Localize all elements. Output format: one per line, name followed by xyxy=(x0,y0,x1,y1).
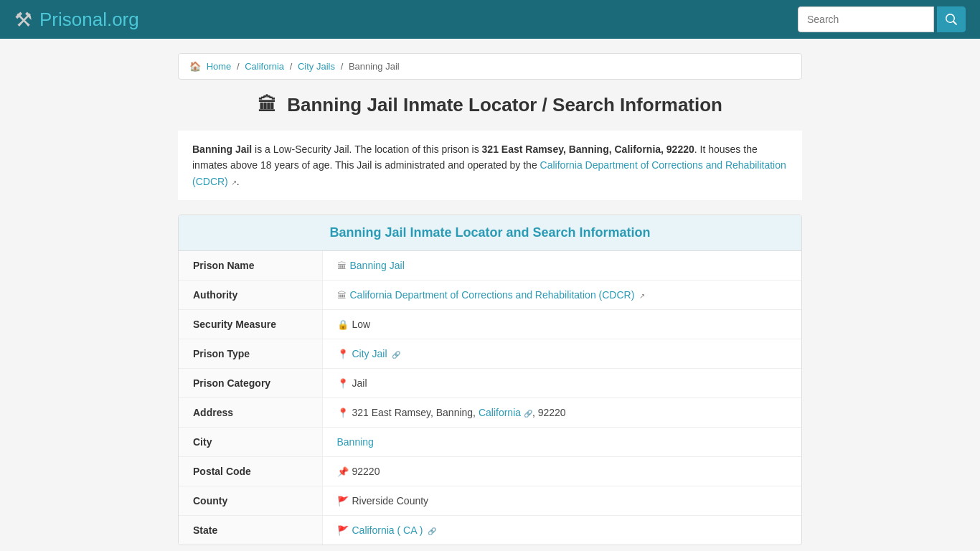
cell-icon: 📍 xyxy=(337,408,349,418)
breadcrumb-sep-2: / xyxy=(290,61,293,72)
breadcrumb-current: Banning Jail xyxy=(349,61,400,72)
row-label: County xyxy=(179,486,322,516)
page-title: 🏛 Banning Jail Inmate Locator / Search I… xyxy=(178,94,802,116)
cell-text: Jail xyxy=(352,377,367,389)
row-value: 🏛California Department of Corrections an… xyxy=(322,281,801,310)
table-row: State🚩California ( CA ) 🔗 xyxy=(179,516,801,545)
ext-icon-desc: ↗ xyxy=(231,179,237,187)
table-row: Prison Type📍City Jail 🔗 xyxy=(179,339,801,369)
info-table: Prison Name🏛Banning JailAuthority🏛Califo… xyxy=(179,251,801,545)
row-label: City xyxy=(179,428,322,457)
description-section: Banning Jail is a Low-Security Jail. The… xyxy=(178,131,802,200)
row-value: Banning xyxy=(322,428,801,457)
breadcrumb-sep-3: / xyxy=(341,61,344,72)
breadcrumb: 🏠 Home / California / City Jails / Banni… xyxy=(178,53,802,80)
logo-text: Prisonal.org xyxy=(39,9,139,31)
search-icon xyxy=(946,14,957,25)
table-row: CityBanning xyxy=(179,428,801,457)
logo-main: Prisonal xyxy=(39,9,107,30)
table-row: Prison Category📍Jail xyxy=(179,369,801,398)
row-label: Address xyxy=(179,398,322,428)
row-value: 🚩California ( CA ) 🔗 xyxy=(322,516,801,545)
cell-text: Riverside County xyxy=(352,495,429,507)
logo-ext: .org xyxy=(107,9,139,30)
state-link[interactable]: California xyxy=(479,407,521,418)
cell-icon: 🚩 xyxy=(337,496,349,507)
info-section: Banning Jail Inmate Locator and Search I… xyxy=(178,215,802,545)
row-value: 📌92220 xyxy=(322,457,801,486)
description-paragraph: Banning Jail is a Low-Security Jail. The… xyxy=(192,141,788,189)
cell-icon: 🚩 xyxy=(337,525,349,536)
search-input[interactable] xyxy=(798,6,934,32)
table-row: Postal Code📌92220 xyxy=(179,457,801,486)
row-label: Authority xyxy=(179,281,322,310)
row-value: 🔒Low xyxy=(322,310,801,339)
cell-icon: 🏛 xyxy=(337,290,347,301)
cell-icon: 🔒 xyxy=(337,319,349,330)
row-label: Prison Category xyxy=(179,369,322,398)
cell-link[interactable]: California Department of Corrections and… xyxy=(350,289,635,301)
anchor-icon: 🔗 xyxy=(392,351,400,359)
anchor-icon: 🔗 xyxy=(428,527,436,535)
cell-link[interactable]: City Jail xyxy=(352,348,387,359)
breadcrumb-city-jails[interactable]: City Jails xyxy=(298,61,335,72)
page-title-section: 🏛 Banning Jail Inmate Locator / Search I… xyxy=(178,94,802,116)
table-row: Address📍321 East Ramsey, Banning, Califo… xyxy=(179,398,801,428)
cell-link[interactable]: Banning xyxy=(337,436,374,448)
cell-icon: 📌 xyxy=(337,466,349,477)
row-value: 🏛Banning Jail xyxy=(322,251,801,281)
prison-title-icon: 🏛 xyxy=(258,94,276,116)
breadcrumb-california[interactable]: California xyxy=(245,61,284,72)
cell-link[interactable]: California ( CA ) xyxy=(352,524,423,536)
row-value: 📍City Jail 🔗 xyxy=(322,339,801,369)
breadcrumb-home[interactable]: Home xyxy=(207,61,232,72)
cell-text: Low xyxy=(352,319,371,330)
row-value: 🚩Riverside County xyxy=(322,486,801,516)
external-icon: ↗ xyxy=(639,292,645,300)
info-section-header: Banning Jail Inmate Locator and Search I… xyxy=(179,215,801,251)
row-value: 📍Jail xyxy=(322,369,801,398)
search-area xyxy=(798,6,966,32)
desc-end: . xyxy=(237,176,240,187)
table-row: Prison Name🏛Banning Jail xyxy=(179,251,801,281)
cell-icon: 📍 xyxy=(337,349,349,359)
breadcrumb-sep-1: / xyxy=(237,61,240,72)
row-label: Prison Type xyxy=(179,339,322,369)
table-row: County🚩Riverside County xyxy=(179,486,801,516)
link-icon: 🔗 xyxy=(524,410,532,418)
cell-link[interactable]: Banning Jail xyxy=(350,260,405,271)
home-icon: 🏠 xyxy=(189,61,201,72)
row-label: Security Measure xyxy=(179,310,322,339)
site-header: ⚒ Prisonal.org xyxy=(0,0,980,39)
address-bold: 321 East Ramsey, Banning, California, 92… xyxy=(482,143,694,155)
row-label: Postal Code xyxy=(179,457,322,486)
table-row: Security Measure🔒Low xyxy=(179,310,801,339)
search-button[interactable] xyxy=(937,6,966,32)
cell-icon: 📍 xyxy=(337,378,349,389)
row-label: Prison Name xyxy=(179,251,322,281)
table-row: Authority🏛California Department of Corre… xyxy=(179,281,801,310)
prison-name-bold: Banning Jail xyxy=(192,143,252,155)
desc-part1: is a Low-Security Jail. The location of … xyxy=(252,143,481,155)
row-value: 📍321 East Ramsey, Banning, California 🔗,… xyxy=(322,398,801,428)
cell-icon: 🏛 xyxy=(337,260,347,271)
logo-area: ⚒ Prisonal.org xyxy=(14,8,139,32)
row-label: State xyxy=(179,516,322,545)
logo-icon: ⚒ xyxy=(14,8,32,32)
main-content: 🏠 Home / California / City Jails / Banni… xyxy=(167,39,813,551)
cell-text: 92220 xyxy=(352,466,380,477)
